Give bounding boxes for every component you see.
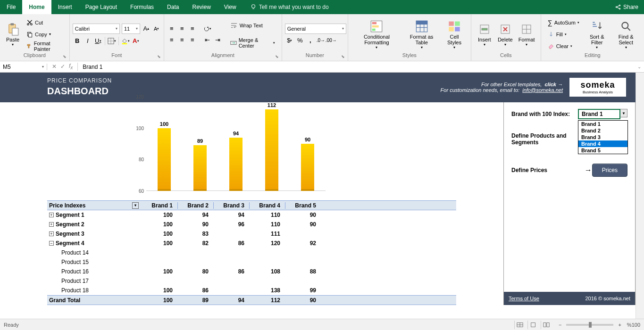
cancel-formula-icon[interactable]: ✕: [52, 63, 57, 70]
info-email-link[interactable]: info@someka.net: [522, 87, 563, 93]
clipboard-launcher[interactable]: ⬊: [63, 54, 67, 59]
increase-decimal-button[interactable]: .0→: [316, 36, 326, 45]
accounting-button[interactable]: $▾: [285, 36, 294, 45]
tab-view[interactable]: View: [217, 0, 243, 14]
decrease-font-button[interactable]: A▾: [152, 24, 161, 33]
page-layout-view-button[interactable]: [527, 321, 539, 329]
worksheet[interactable]: PRICE COMPARISON DASHBOARD For other Exc…: [0, 73, 636, 319]
expand-icon[interactable]: −: [49, 241, 54, 246]
zoom-in-button[interactable]: +: [618, 322, 621, 328]
align-top-button[interactable]: ≡: [167, 24, 176, 33]
normal-view-button[interactable]: [514, 321, 526, 329]
copy-button[interactable]: Copy▾: [25, 29, 65, 40]
column-header[interactable]: Brand 2: [177, 202, 213, 209]
format-painter-button[interactable]: Format Painter: [25, 41, 65, 51]
align-middle-button[interactable]: ≡: [177, 24, 187, 33]
zoom-level[interactable]: %100: [627, 322, 640, 328]
dropdown-option[interactable]: Brand 5: [578, 147, 627, 154]
dropdown-option[interactable]: Brand 2: [578, 127, 627, 134]
conditional-formatting-button[interactable]: Conditional Formatting▾: [351, 16, 402, 52]
zoom-out-button[interactable]: −: [559, 322, 561, 328]
table-row[interactable]: −Segment 4100828612092: [47, 239, 456, 248]
delete-cells-button[interactable]: Delete▾: [495, 16, 516, 52]
table-row[interactable]: +Segment 310083111: [47, 229, 456, 239]
align-left-button[interactable]: ≡: [167, 35, 176, 45]
italic-button[interactable]: I: [83, 36, 92, 46]
enter-formula-icon[interactable]: ✓: [60, 63, 65, 70]
dropdown-option[interactable]: Brand 3: [578, 134, 627, 140]
align-center-button[interactable]: ≡: [177, 35, 187, 45]
tab-data[interactable]: Data: [160, 0, 185, 14]
table-row[interactable]: Product 181008613899: [47, 286, 456, 295]
zoom-slider[interactable]: [566, 324, 613, 326]
format-cells-button[interactable]: Format▾: [516, 16, 538, 52]
increase-indent-button[interactable]: ⇥: [213, 35, 223, 45]
find-select-button[interactable]: Find & Select▾: [611, 16, 642, 52]
expand-icon[interactable]: +: [49, 231, 54, 236]
merge-center-button[interactable]: Merge & Center▾: [228, 38, 277, 48]
vertical-scrollbar[interactable]: [636, 73, 644, 319]
dropdown-button[interactable]: ▼: [620, 109, 627, 117]
comma-button[interactable]: ,: [306, 36, 315, 45]
insert-cells-button[interactable]: Insert▾: [474, 16, 495, 52]
fill-button[interactable]: Fill▾: [546, 29, 581, 40]
font-color-button[interactable]: A▾: [131, 36, 141, 46]
expand-formula-bar[interactable]: ⌄: [635, 64, 644, 69]
cell-styles-button[interactable]: Cell Styles▾: [441, 16, 468, 52]
table-row[interactable]: Product 14: [47, 248, 456, 257]
tab-formulas[interactable]: Formulas: [124, 0, 160, 14]
number-launcher[interactable]: ⬊: [341, 54, 345, 59]
percent-button[interactable]: %: [295, 36, 305, 45]
column-header[interactable]: Brand 5: [285, 202, 321, 209]
format-as-table-button[interactable]: Format as Table▾: [402, 16, 441, 52]
name-box[interactable]: M5▾: [0, 64, 47, 70]
terms-link[interactable]: Terms of Use: [509, 296, 539, 301]
tell-me-search[interactable]: Tell me what you want to do: [250, 0, 329, 14]
number-format-combo[interactable]: General▾: [285, 24, 346, 34]
font-size-combo[interactable]: 11▾: [122, 24, 140, 34]
align-bottom-button[interactable]: ≡: [188, 24, 197, 33]
tab-insert[interactable]: Insert: [51, 0, 79, 14]
brand-index-cell[interactable]: Brand 1: [578, 109, 620, 119]
increase-font-button[interactable]: A▴: [142, 24, 151, 33]
column-header[interactable]: Brand 3: [213, 202, 249, 209]
table-row[interactable]: Product 16100808610888: [47, 267, 456, 276]
page-break-view-button[interactable]: [541, 321, 552, 329]
prices-button[interactable]: Prices: [592, 164, 627, 177]
decrease-decimal-button[interactable]: .00→: [326, 36, 336, 45]
autosum-button[interactable]: ∑AutoSum▾: [546, 17, 581, 28]
formula-input[interactable]: Brand 1: [78, 64, 635, 70]
table-row[interactable]: Product 17: [47, 276, 456, 286]
tab-review[interactable]: Review: [185, 0, 217, 14]
expand-icon[interactable]: +: [49, 222, 54, 227]
column-header[interactable]: Brand 1: [142, 202, 177, 209]
clear-button[interactable]: Clear▾: [546, 41, 581, 51]
sort-filter-button[interactable]: Sort & Filter▾: [583, 16, 611, 52]
font-name-combo[interactable]: Calibri▾: [73, 24, 120, 34]
decrease-indent-button[interactable]: ⇤: [203, 35, 212, 45]
filter-icon[interactable]: ▾: [132, 202, 139, 209]
tab-pagelayout[interactable]: Page Layout: [79, 0, 124, 14]
table-row[interactable]: +Segment 2100909611090: [47, 220, 456, 229]
fill-color-button[interactable]: ▾: [121, 36, 130, 46]
table-row[interactable]: +Segment 1100949411090: [47, 210, 456, 220]
fx-icon[interactable]: fx: [69, 63, 73, 70]
column-header[interactable]: Brand 4: [249, 202, 285, 209]
orientation-button[interactable]: ⭯▾: [203, 24, 212, 33]
bold-button[interactable]: B: [73, 36, 82, 46]
table-row[interactable]: Product 15: [47, 257, 456, 267]
dropdown-option[interactable]: Brand 1: [578, 121, 627, 127]
underline-button[interactable]: U▾: [93, 36, 103, 46]
font-launcher[interactable]: ⬊: [157, 54, 161, 59]
paste-button[interactable]: Paste▾: [3, 16, 23, 52]
expand-icon[interactable]: +: [49, 213, 54, 217]
share-button[interactable]: Share: [609, 0, 644, 14]
tab-home[interactable]: Home: [22, 0, 51, 14]
align-right-button[interactable]: ≡: [188, 35, 197, 45]
cut-button[interactable]: Cut: [25, 17, 65, 28]
wrap-text-button[interactable]: Wrap Text: [228, 20, 277, 31]
borders-button[interactable]: ▾: [107, 36, 117, 46]
alignment-launcher[interactable]: ⬊: [275, 54, 279, 59]
tab-file[interactable]: File: [0, 0, 22, 14]
dropdown-option[interactable]: Brand 4: [578, 140, 627, 147]
